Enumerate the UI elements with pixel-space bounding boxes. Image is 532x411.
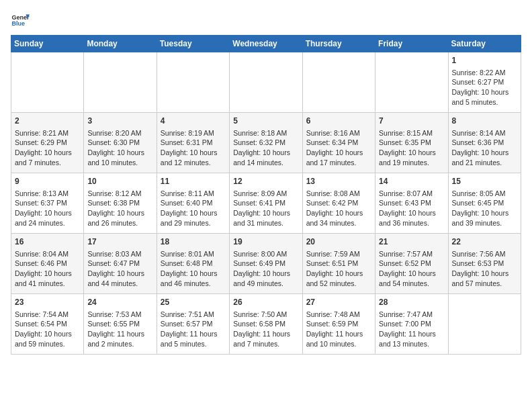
day-number: 5 [233,116,298,127]
calendar-day-cell: 22Sunrise: 7:56 AM Sunset: 6:53 PM Dayli… [448,234,521,294]
col-header-thursday: Thursday [302,36,375,52]
day-info: Sunrise: 7:54 AM Sunset: 6:54 PM Dayligh… [15,310,80,349]
calendar-day-cell: 11Sunrise: 8:11 AM Sunset: 6:40 PM Dayli… [157,173,229,234]
day-info: Sunrise: 7:56 AM Sunset: 6:53 PM Dayligh… [452,249,517,289]
calendar-day-cell: 16Sunrise: 8:04 AM Sunset: 6:46 PM Dayli… [11,234,84,294]
svg-text:Blue: Blue [11,20,25,27]
calendar-week-row: 23Sunrise: 7:54 AM Sunset: 6:54 PM Dayli… [11,294,521,355]
calendar-day-cell: 20Sunrise: 7:59 AM Sunset: 6:51 PM Dayli… [302,234,375,294]
col-header-wednesday: Wednesday [230,36,302,52]
day-number: 21 [379,236,444,248]
day-number: 1 [452,55,517,66]
col-header-monday: Monday [84,36,157,52]
day-info: Sunrise: 8:14 AM Sunset: 6:36 PM Dayligh… [452,128,517,168]
calendar-day-cell: 8Sunrise: 8:14 AM Sunset: 6:36 PM Daylig… [448,113,521,173]
day-number: 17 [87,236,152,248]
day-info: Sunrise: 8:13 AM Sunset: 6:37 PM Dayligh… [15,189,80,228]
day-info: Sunrise: 8:11 AM Sunset: 6:40 PM Dayligh… [161,189,226,228]
day-number: 24 [87,297,152,308]
day-number: 14 [379,176,444,187]
day-number: 6 [306,116,371,127]
calendar-week-row: 1Sunrise: 8:22 AM Sunset: 6:27 PM Daylig… [11,52,521,113]
calendar-day-cell: 12Sunrise: 8:09 AM Sunset: 6:41 PM Dayli… [230,173,302,234]
day-info: Sunrise: 8:19 AM Sunset: 6:31 PM Dayligh… [161,128,226,168]
calendar-day-cell: 3Sunrise: 8:20 AM Sunset: 6:30 PM Daylig… [84,113,157,173]
calendar-day-cell: 5Sunrise: 8:18 AM Sunset: 6:32 PM Daylig… [230,113,302,173]
calendar-day-cell [448,294,521,355]
day-info: Sunrise: 7:48 AM Sunset: 6:59 PM Dayligh… [306,310,371,349]
calendar-day-cell [302,52,375,113]
day-number: 13 [306,176,371,187]
day-number: 7 [379,116,444,127]
calendar-day-cell [375,52,448,113]
calendar-day-cell: 17Sunrise: 8:03 AM Sunset: 6:47 PM Dayli… [84,234,157,294]
day-number: 8 [452,116,517,127]
calendar-day-cell: 1Sunrise: 8:22 AM Sunset: 6:27 PM Daylig… [448,52,521,113]
day-info: Sunrise: 7:53 AM Sunset: 6:55 PM Dayligh… [87,310,152,349]
calendar-day-cell: 7Sunrise: 8:15 AM Sunset: 6:35 PM Daylig… [375,113,448,173]
day-info: Sunrise: 8:03 AM Sunset: 6:47 PM Dayligh… [87,249,152,289]
calendar-day-cell: 26Sunrise: 7:50 AM Sunset: 6:58 PM Dayli… [230,294,302,355]
day-number: 20 [306,236,371,248]
day-number: 4 [161,116,226,127]
col-header-saturday: Saturday [448,36,521,52]
calendar-day-cell: 4Sunrise: 8:19 AM Sunset: 6:31 PM Daylig… [157,113,229,173]
calendar-day-cell [157,52,229,113]
day-info: Sunrise: 8:00 AM Sunset: 6:49 PM Dayligh… [233,249,298,289]
day-info: Sunrise: 8:15 AM Sunset: 6:35 PM Dayligh… [379,128,444,168]
day-number: 28 [379,297,444,308]
calendar-day-cell: 15Sunrise: 8:05 AM Sunset: 6:45 PM Dayli… [448,173,521,234]
day-info: Sunrise: 7:50 AM Sunset: 6:58 PM Dayligh… [233,310,298,349]
day-number: 15 [452,176,517,187]
col-header-friday: Friday [375,36,448,52]
logo-icon: General Blue [11,11,30,30]
day-number: 22 [452,236,517,248]
calendar-day-cell: 18Sunrise: 8:01 AM Sunset: 6:48 PM Dayli… [157,234,229,294]
calendar-day-cell: 25Sunrise: 7:51 AM Sunset: 6:57 PM Dayli… [157,294,229,355]
calendar-header-row: SundayMondayTuesdayWednesdayThursdayFrid… [11,36,521,52]
calendar-week-row: 16Sunrise: 8:04 AM Sunset: 6:46 PM Dayli… [11,234,521,294]
day-number: 16 [15,236,80,248]
calendar-week-row: 2Sunrise: 8:21 AM Sunset: 6:29 PM Daylig… [11,113,521,173]
logo: General Blue [11,11,32,30]
calendar-day-cell: 13Sunrise: 8:08 AM Sunset: 6:42 PM Dayli… [302,173,375,234]
calendar-table: SundayMondayTuesdayWednesdayThursdayFrid… [11,35,521,355]
day-info: Sunrise: 8:08 AM Sunset: 6:42 PM Dayligh… [306,189,371,228]
day-info: Sunrise: 8:20 AM Sunset: 6:30 PM Dayligh… [87,128,152,168]
day-number: 18 [161,236,226,248]
day-number: 19 [233,236,298,248]
calendar-week-row: 9Sunrise: 8:13 AM Sunset: 6:37 PM Daylig… [11,173,521,234]
calendar-day-cell: 23Sunrise: 7:54 AM Sunset: 6:54 PM Dayli… [11,294,84,355]
day-number: 11 [161,176,226,187]
day-info: Sunrise: 8:18 AM Sunset: 6:32 PM Dayligh… [233,128,298,168]
day-info: Sunrise: 8:04 AM Sunset: 6:46 PM Dayligh… [15,249,80,289]
day-info: Sunrise: 8:12 AM Sunset: 6:38 PM Dayligh… [87,189,152,228]
calendar-day-cell: 9Sunrise: 8:13 AM Sunset: 6:37 PM Daylig… [11,173,84,234]
calendar-day-cell: 2Sunrise: 8:21 AM Sunset: 6:29 PM Daylig… [11,113,84,173]
day-info: Sunrise: 8:09 AM Sunset: 6:41 PM Dayligh… [233,189,298,228]
calendar-day-cell [230,52,302,113]
day-info: Sunrise: 7:57 AM Sunset: 6:52 PM Dayligh… [379,249,444,289]
day-number: 10 [87,176,152,187]
day-number: 3 [87,116,152,127]
day-number: 2 [15,116,80,127]
col-header-tuesday: Tuesday [157,36,229,52]
day-info: Sunrise: 8:22 AM Sunset: 6:27 PM Dayligh… [452,68,517,107]
calendar-day-cell: 27Sunrise: 7:48 AM Sunset: 6:59 PM Dayli… [302,294,375,355]
day-number: 27 [306,297,371,308]
day-number: 12 [233,176,298,187]
day-info: Sunrise: 8:21 AM Sunset: 6:29 PM Dayligh… [15,128,80,168]
day-info: Sunrise: 7:59 AM Sunset: 6:51 PM Dayligh… [306,249,371,289]
calendar-day-cell: 21Sunrise: 7:57 AM Sunset: 6:52 PM Dayli… [375,234,448,294]
day-info: Sunrise: 8:16 AM Sunset: 6:34 PM Dayligh… [306,128,371,168]
calendar-day-cell: 10Sunrise: 8:12 AM Sunset: 6:38 PM Dayli… [84,173,157,234]
day-number: 23 [15,297,80,308]
day-info: Sunrise: 8:05 AM Sunset: 6:45 PM Dayligh… [452,189,517,228]
calendar-day-cell: 19Sunrise: 8:00 AM Sunset: 6:49 PM Dayli… [230,234,302,294]
day-info: Sunrise: 7:51 AM Sunset: 6:57 PM Dayligh… [161,310,226,349]
day-number: 9 [15,176,80,187]
calendar-day-cell: 14Sunrise: 8:07 AM Sunset: 6:43 PM Dayli… [375,173,448,234]
day-info: Sunrise: 7:47 AM Sunset: 7:00 PM Dayligh… [379,310,444,349]
calendar-day-cell: 6Sunrise: 8:16 AM Sunset: 6:34 PM Daylig… [302,113,375,173]
day-info: Sunrise: 8:07 AM Sunset: 6:43 PM Dayligh… [379,189,444,228]
